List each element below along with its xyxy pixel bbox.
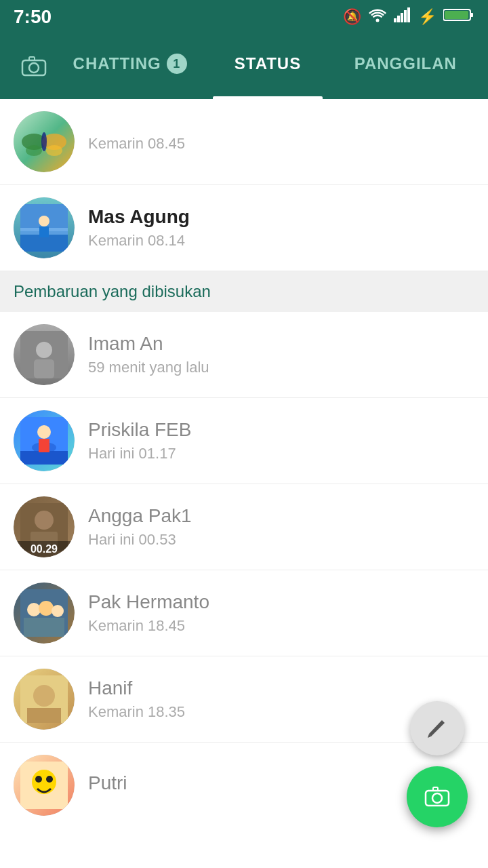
tab-status-label: STATUS: [235, 54, 301, 73]
svg-rect-24: [34, 359, 54, 378]
chat-info: Mas Agung Kemarin 08.14: [88, 206, 474, 250]
list-item[interactable]: Kemarin 08.45: [0, 99, 488, 185]
svg-point-47: [432, 793, 442, 803]
nav-tabs: CHATTING 1 STATUS PANGGILAN: [61, 34, 474, 99]
signal-icon: [394, 7, 411, 26]
svg-rect-37: [24, 618, 64, 637]
section-label: Pembaruan yang dibisukan: [14, 282, 211, 300]
svg-point-45: [46, 776, 53, 783]
avatar: [14, 197, 75, 258]
edit-fab-button[interactable]: [410, 701, 464, 755]
svg-rect-48: [433, 787, 438, 791]
camera-button[interactable]: [14, 55, 54, 78]
list-item[interactable]: Imam An 59 menit yang lalu: [0, 312, 488, 398]
status-time: 7:50: [14, 6, 52, 28]
header: CHATTING 1 STATUS PANGGILAN: [0, 34, 488, 99]
chat-info: Angga Pak1 Hari ini 00.53: [88, 505, 474, 549]
svg-rect-21: [39, 226, 49, 237]
chat-time: Hari ini 00.53: [88, 531, 474, 549]
svg-point-35: [39, 601, 54, 616]
avatar: 00.29: [14, 496, 75, 557]
tab-chatting[interactable]: CHATTING 1: [61, 34, 199, 99]
chat-name: Imam An: [88, 333, 474, 355]
chat-info: Kemarin 08.45: [88, 131, 474, 153]
chat-info: Priskila FEB Hari ini 01.17: [88, 419, 474, 462]
svg-rect-4: [404, 10, 407, 22]
svg-point-20: [39, 216, 49, 226]
svg-point-14: [26, 145, 42, 156]
avatar: [14, 583, 75, 644]
svg-point-15: [46, 145, 62, 156]
svg-rect-41: [20, 675, 68, 723]
chat-name: Priskila FEB: [88, 419, 474, 441]
svg-point-31: [35, 511, 54, 530]
avatar: [14, 755, 75, 816]
list-item[interactable]: Pak Hermanto Kemarin 18.45: [0, 570, 488, 656]
avatar-overlay-text: 00.29: [14, 541, 75, 557]
tab-status[interactable]: STATUS: [199, 34, 336, 99]
list-item[interactable]: Mas Agung Kemarin 08.14: [0, 185, 488, 271]
chat-time: Hari ini 01.17: [88, 445, 474, 462]
svg-point-16: [41, 132, 47, 151]
wifi-icon: [368, 7, 387, 26]
list-item[interactable]: Priskila FEB Hari ini 01.17: [0, 398, 488, 484]
svg-point-36: [52, 605, 64, 617]
chatting-badge: 1: [167, 54, 187, 74]
svg-rect-3: [401, 13, 403, 22]
svg-rect-11: [29, 57, 35, 60]
status-bar: 7:50 🔕 ⚡: [0, 0, 488, 34]
mute-icon: 🔕: [343, 8, 361, 26]
tab-panggilan[interactable]: PANGGILAN: [337, 34, 474, 99]
chat-name: Hanif: [88, 677, 474, 699]
svg-rect-8: [445, 11, 468, 19]
status-icons: 🔕 ⚡: [343, 7, 474, 26]
avatar: [14, 111, 75, 172]
svg-point-0: [376, 19, 380, 22]
charging-icon: ⚡: [418, 8, 436, 26]
svg-point-23: [36, 342, 52, 358]
chat-name: Pak Hermanto: [88, 591, 474, 613]
chat-info: Imam An 59 menit yang lalu: [88, 333, 474, 376]
tab-panggilan-label: PANGGILAN: [354, 54, 457, 73]
list-item[interactable]: 00.29 Angga Pak1 Hari ini 00.53: [0, 484, 488, 570]
svg-rect-7: [470, 13, 473, 17]
svg-point-10: [29, 63, 39, 73]
avatar: [14, 669, 75, 730]
chat-time: Kemarin 18.45: [88, 617, 474, 635]
svg-rect-5: [407, 7, 410, 22]
chat-time: Kemarin 08.45: [88, 135, 474, 153]
chat-time: Kemarin 08.14: [88, 232, 474, 250]
camera-fab-button[interactable]: [407, 766, 468, 827]
chat-name: Angga Pak1: [88, 505, 474, 527]
fab-container: [407, 701, 468, 827]
avatar: [14, 324, 75, 385]
svg-point-34: [27, 603, 41, 616]
tab-chatting-label: CHATTING: [73, 54, 161, 73]
svg-point-44: [35, 776, 42, 783]
svg-rect-1: [394, 18, 396, 22]
svg-rect-29: [39, 439, 49, 452]
avatar: [14, 410, 75, 471]
svg-point-28: [37, 425, 51, 439]
chat-info: Pak Hermanto Kemarin 18.45: [88, 591, 474, 635]
chat-name: Mas Agung: [88, 206, 474, 228]
battery-icon: [443, 7, 474, 26]
svg-point-43: [32, 770, 56, 794]
chat-time: 59 menit yang lalu: [88, 359, 474, 376]
section-header: Pembaruan yang dibisukan: [0, 271, 488, 312]
svg-rect-2: [397, 16, 400, 22]
